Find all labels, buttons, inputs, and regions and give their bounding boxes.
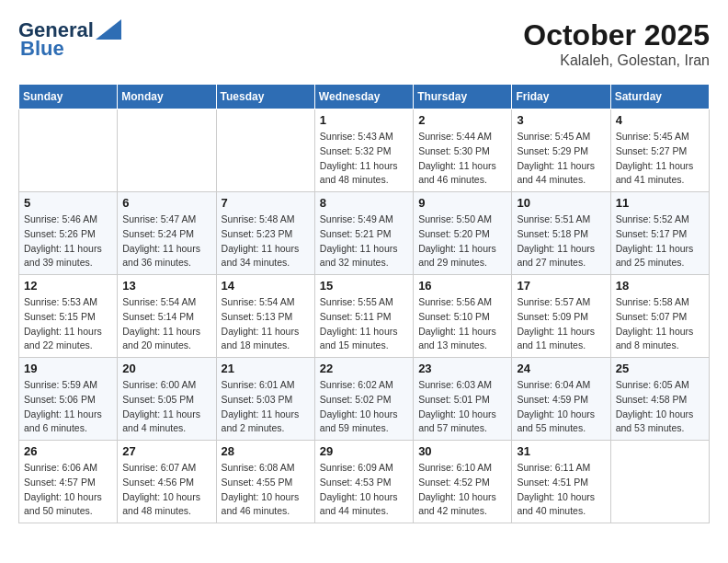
day-number: 27 <box>122 444 210 458</box>
calendar-cell: 14Sunrise: 5:54 AMSunset: 5:13 PMDayligh… <box>216 275 314 358</box>
calendar-week-row: 12Sunrise: 5:53 AMSunset: 5:15 PMDayligh… <box>19 275 710 358</box>
day-number: 14 <box>222 279 310 293</box>
weekday-header-monday: Monday <box>118 85 216 109</box>
svg-marker-0 <box>96 19 121 40</box>
calendar-table: SundayMondayTuesdayWednesdayThursdayFrid… <box>18 84 710 523</box>
day-number: 18 <box>616 279 704 293</box>
calendar-cell: 5Sunrise: 5:46 AMSunset: 5:26 PMDaylight… <box>19 192 118 275</box>
day-number: 24 <box>517 362 605 375</box>
calendar-cell: 26Sunrise: 6:06 AMSunset: 4:57 PMDayligh… <box>19 441 118 523</box>
weekday-header-wednesday: Wednesday <box>314 85 413 109</box>
day-number: 6 <box>122 196 210 210</box>
day-info: Sunrise: 6:05 AMSunset: 4:58 PMDaylight:… <box>616 378 704 436</box>
calendar-cell: 11Sunrise: 5:52 AMSunset: 5:17 PMDayligh… <box>610 192 709 275</box>
weekday-header-saturday: Saturday <box>610 85 709 109</box>
calendar-header: SundayMondayTuesdayWednesdayThursdayFrid… <box>19 85 710 109</box>
page-header: General Blue October 2025 Kalaleh, Goles… <box>18 18 710 69</box>
day-info: Sunrise: 6:08 AMSunset: 4:55 PMDaylight:… <box>222 461 310 519</box>
calendar-cell: 2Sunrise: 5:44 AMSunset: 5:30 PMDaylight… <box>414 109 512 192</box>
day-number: 9 <box>418 196 506 210</box>
day-number: 4 <box>616 113 704 127</box>
day-number: 19 <box>24 362 112 375</box>
calendar-cell: 7Sunrise: 5:48 AMSunset: 5:23 PMDaylight… <box>216 192 314 275</box>
calendar-cell: 31Sunrise: 6:11 AMSunset: 4:51 PMDayligh… <box>512 441 610 523</box>
calendar-cell: 24Sunrise: 6:04 AMSunset: 4:59 PMDayligh… <box>512 358 610 441</box>
day-info: Sunrise: 5:46 AMSunset: 5:26 PMDaylight:… <box>24 213 112 270</box>
calendar-cell: 1Sunrise: 5:43 AMSunset: 5:32 PMDaylight… <box>314 109 413 192</box>
calendar-cell: 23Sunrise: 6:03 AMSunset: 5:01 PMDayligh… <box>414 358 512 441</box>
location-subtitle: Kalaleh, Golestan, Iran <box>523 52 710 69</box>
day-number: 23 <box>418 362 506 375</box>
day-info: Sunrise: 5:43 AMSunset: 5:32 PMDaylight:… <box>320 130 408 188</box>
day-number: 29 <box>320 444 408 458</box>
day-number: 16 <box>418 279 506 293</box>
weekday-header-tuesday: Tuesday <box>216 85 314 109</box>
calendar-week-row: 1Sunrise: 5:43 AMSunset: 5:32 PMDaylight… <box>19 109 710 192</box>
calendar-cell: 21Sunrise: 6:01 AMSunset: 5:03 PMDayligh… <box>216 358 314 441</box>
day-number: 5 <box>24 196 112 210</box>
month-title: October 2025 <box>523 18 710 52</box>
day-number: 26 <box>24 444 112 458</box>
day-number: 22 <box>320 362 408 375</box>
day-info: Sunrise: 5:54 AMSunset: 5:13 PMDaylight:… <box>222 295 310 353</box>
logo: General Blue <box>18 18 121 61</box>
day-number: 30 <box>418 444 506 458</box>
day-info: Sunrise: 5:52 AMSunset: 5:17 PMDaylight:… <box>616 213 704 270</box>
day-number: 8 <box>320 196 408 210</box>
day-info: Sunrise: 6:07 AMSunset: 4:56 PMDaylight:… <box>122 461 210 519</box>
day-number: 13 <box>122 279 210 293</box>
day-number: 2 <box>418 113 506 127</box>
day-number: 25 <box>616 362 704 375</box>
day-number: 11 <box>616 196 704 210</box>
calendar-cell <box>216 109 314 192</box>
calendar-cell: 4Sunrise: 5:45 AMSunset: 5:27 PMDaylight… <box>610 109 709 192</box>
day-info: Sunrise: 6:09 AMSunset: 4:53 PMDaylight:… <box>320 461 408 519</box>
calendar-cell: 18Sunrise: 5:58 AMSunset: 5:07 PMDayligh… <box>610 275 709 358</box>
weekday-header-thursday: Thursday <box>414 85 512 109</box>
day-info: Sunrise: 6:02 AMSunset: 5:02 PMDaylight:… <box>320 378 408 436</box>
day-number: 1 <box>320 113 408 127</box>
day-info: Sunrise: 5:54 AMSunset: 5:14 PMDaylight:… <box>122 295 210 353</box>
day-number: 10 <box>517 196 605 210</box>
day-info: Sunrise: 5:58 AMSunset: 5:07 PMDaylight:… <box>616 295 704 353</box>
day-info: Sunrise: 6:06 AMSunset: 4:57 PMDaylight:… <box>24 461 112 519</box>
day-info: Sunrise: 6:03 AMSunset: 5:01 PMDaylight:… <box>418 378 506 436</box>
day-info: Sunrise: 5:45 AMSunset: 5:27 PMDaylight:… <box>616 130 704 188</box>
calendar-cell: 16Sunrise: 5:56 AMSunset: 5:10 PMDayligh… <box>414 275 512 358</box>
day-info: Sunrise: 6:04 AMSunset: 4:59 PMDaylight:… <box>517 378 605 436</box>
day-info: Sunrise: 5:55 AMSunset: 5:11 PMDaylight:… <box>320 295 408 353</box>
logo-icon <box>96 19 121 40</box>
calendar-cell: 6Sunrise: 5:47 AMSunset: 5:24 PMDaylight… <box>118 192 216 275</box>
day-info: Sunrise: 5:47 AMSunset: 5:24 PMDaylight:… <box>122 213 210 270</box>
logo-text-blue: Blue <box>20 37 64 61</box>
calendar-week-row: 19Sunrise: 5:59 AMSunset: 5:06 PMDayligh… <box>19 358 710 441</box>
calendar-cell: 20Sunrise: 6:00 AMSunset: 5:05 PMDayligh… <box>118 358 216 441</box>
calendar-cell <box>118 109 216 192</box>
day-number: 12 <box>24 279 112 293</box>
calendar-week-row: 26Sunrise: 6:06 AMSunset: 4:57 PMDayligh… <box>19 441 710 523</box>
weekday-header-sunday: Sunday <box>19 85 118 109</box>
day-number: 21 <box>222 362 310 375</box>
weekday-header-row: SundayMondayTuesdayWednesdayThursdayFrid… <box>19 85 710 109</box>
day-number: 15 <box>320 279 408 293</box>
day-info: Sunrise: 5:57 AMSunset: 5:09 PMDaylight:… <box>517 295 605 353</box>
day-info: Sunrise: 5:48 AMSunset: 5:23 PMDaylight:… <box>222 213 310 270</box>
calendar-cell: 19Sunrise: 5:59 AMSunset: 5:06 PMDayligh… <box>19 358 118 441</box>
calendar-cell: 29Sunrise: 6:09 AMSunset: 4:53 PMDayligh… <box>314 441 413 523</box>
day-info: Sunrise: 6:10 AMSunset: 4:52 PMDaylight:… <box>418 461 506 519</box>
calendar-cell: 8Sunrise: 5:49 AMSunset: 5:21 PMDaylight… <box>314 192 413 275</box>
day-info: Sunrise: 5:44 AMSunset: 5:30 PMDaylight:… <box>418 130 506 188</box>
calendar-cell <box>610 441 709 523</box>
calendar-week-row: 5Sunrise: 5:46 AMSunset: 5:26 PMDaylight… <box>19 192 710 275</box>
day-info: Sunrise: 6:01 AMSunset: 5:03 PMDaylight:… <box>222 378 310 436</box>
calendar-cell: 12Sunrise: 5:53 AMSunset: 5:15 PMDayligh… <box>19 275 118 358</box>
calendar-cell: 13Sunrise: 5:54 AMSunset: 5:14 PMDayligh… <box>118 275 216 358</box>
calendar-cell: 30Sunrise: 6:10 AMSunset: 4:52 PMDayligh… <box>414 441 512 523</box>
calendar-cell: 28Sunrise: 6:08 AMSunset: 4:55 PMDayligh… <box>216 441 314 523</box>
calendar-cell: 17Sunrise: 5:57 AMSunset: 5:09 PMDayligh… <box>512 275 610 358</box>
calendar-cell: 25Sunrise: 6:05 AMSunset: 4:58 PMDayligh… <box>610 358 709 441</box>
day-info: Sunrise: 5:49 AMSunset: 5:21 PMDaylight:… <box>320 213 408 270</box>
calendar-cell: 3Sunrise: 5:45 AMSunset: 5:29 PMDaylight… <box>512 109 610 192</box>
day-info: Sunrise: 5:45 AMSunset: 5:29 PMDaylight:… <box>517 130 605 188</box>
title-block: October 2025 Kalaleh, Golestan, Iran <box>523 18 710 69</box>
